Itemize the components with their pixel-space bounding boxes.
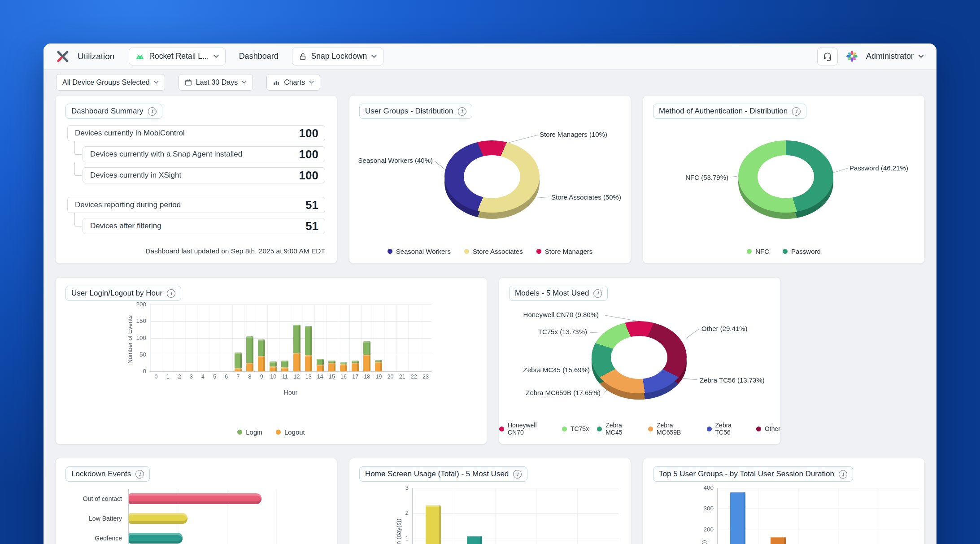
hbar-row-low-battery: Low Battery xyxy=(61,509,325,528)
legend-item-zebra-mc659b[interactable]: Zebra MC659B xyxy=(648,422,699,436)
bar-logout-hour-17[interactable] xyxy=(352,363,359,371)
legend-item-store-managers[interactable]: Store Managers xyxy=(536,248,593,255)
legend-item-logout[interactable]: Logout xyxy=(276,428,305,436)
bar-logout-hour-11[interactable] xyxy=(281,367,288,371)
summary-row-label: Devices after filtering xyxy=(90,222,161,231)
card-title-chip: Lockdown Events i xyxy=(65,466,150,482)
x-axis-label: Hour xyxy=(150,389,431,396)
info-icon[interactable]: i xyxy=(148,107,157,116)
bar-login-hour-10[interactable] xyxy=(270,361,277,366)
legend-label: TC75x xyxy=(571,425,589,432)
legend-label: NFC xyxy=(755,248,769,255)
bar-logout-hour-15[interactable] xyxy=(328,363,335,371)
view-mode-filter-label: Charts xyxy=(284,78,305,87)
legend-item-zebra-mc45[interactable]: Zebra MC45 xyxy=(597,422,640,436)
dashboard-selector[interactable]: Snap Lockdown xyxy=(292,48,384,65)
bar-logout-hour-19[interactable] xyxy=(375,362,382,371)
info-icon[interactable]: i xyxy=(167,289,175,298)
bar-login-hour-7[interactable] xyxy=(235,353,242,368)
y-axis-tick: 300 xyxy=(703,505,714,513)
y-axis-label: Time (day(s)) xyxy=(701,540,707,544)
date-range-filter[interactable]: Last 30 Days xyxy=(179,74,253,91)
x-axis-tick: 12 xyxy=(291,374,303,380)
column-plot: 100200300400 xyxy=(717,488,919,544)
chevron-down-icon xyxy=(242,81,247,84)
info-icon[interactable]: i xyxy=(792,107,801,116)
legend-item-nfc[interactable]: NFC xyxy=(747,248,769,255)
card-user-groups-distribution: User Groups - Distribution i xyxy=(349,95,631,264)
bar-logout-hour-9[interactable] xyxy=(258,356,265,371)
legend-label: Honeywell CN70 xyxy=(508,422,554,436)
user-menu[interactable]: Administrator xyxy=(866,52,924,61)
y-axis-tick: 50 xyxy=(139,351,146,359)
summary-row-value: 100 xyxy=(299,126,318,140)
card-title: Models - 5 Most Used xyxy=(515,289,589,298)
info-icon[interactable]: i xyxy=(839,470,847,479)
organization-selector[interactable]: Rocket Retail L... xyxy=(129,48,225,65)
support-button[interactable] xyxy=(817,48,838,65)
donut[interactable] xyxy=(592,321,687,416)
bar-slot-1[interactable] xyxy=(467,536,482,544)
info-icon[interactable]: i xyxy=(458,107,466,116)
bar-slot-0[interactable] xyxy=(730,492,745,544)
callout-other: Other (29.41%) xyxy=(701,325,748,332)
chevron-down-icon xyxy=(918,55,924,58)
bar-out-of-contact[interactable] xyxy=(129,493,261,504)
chevron-down-icon xyxy=(213,55,219,58)
bar-logout-hour-10[interactable] xyxy=(270,366,277,371)
y-axis-tick: 150 xyxy=(136,317,146,325)
card-lockdown-events: Lockdown Events i Out of contactLow Batt… xyxy=(55,458,337,544)
bar-slot-1[interactable] xyxy=(771,537,786,544)
chart-legend: LoginLogout xyxy=(56,425,487,444)
legend-item-honeywell-cn70[interactable]: Honeywell CN70 xyxy=(499,422,554,436)
legend-item-login[interactable]: Login xyxy=(237,428,262,436)
info-icon[interactable]: i xyxy=(513,470,522,479)
authentication-donut-chart: NFC (53.79%) Password (46.21%) xyxy=(643,119,924,244)
bar-geofence[interactable] xyxy=(129,533,183,544)
bar-logout-hour-18[interactable] xyxy=(363,355,370,371)
soti-spark-icon[interactable] xyxy=(846,50,858,62)
bar-login-hour-12[interactable] xyxy=(293,325,301,353)
bar-login-hour-16[interactable] xyxy=(340,362,347,364)
bar-logout-hour-12[interactable] xyxy=(293,353,301,371)
card-title-chip: User Groups - Distribution i xyxy=(359,104,472,119)
bar-logout-hour-7[interactable] xyxy=(235,368,242,371)
bar-logout-hour-8[interactable] xyxy=(246,363,253,371)
info-icon[interactable]: i xyxy=(135,470,144,479)
bar-logout-hour-16[interactable] xyxy=(340,364,347,371)
bar-low-battery[interactable] xyxy=(129,513,187,524)
donut[interactable] xyxy=(738,140,833,235)
x-axis-tick: 5 xyxy=(209,374,221,380)
user-menu-label: Administrator xyxy=(866,52,914,61)
donut[interactable] xyxy=(444,140,540,235)
summary-row-value: 100 xyxy=(299,169,318,183)
bar-logout-hour-14[interactable] xyxy=(317,365,324,371)
bar-login-hour-18[interactable] xyxy=(363,341,370,355)
bar-login-hour-9[interactable] xyxy=(258,339,265,356)
legend-item-other[interactable]: Other xyxy=(756,425,780,432)
bar-login-hour-8[interactable] xyxy=(246,336,253,363)
legend-item-zebra-tc56[interactable]: Zebra TC56 xyxy=(707,422,748,436)
y-axis-tick: 100 xyxy=(136,334,146,342)
legend-item-password[interactable]: Password xyxy=(783,248,821,255)
bar-login-hour-17[interactable] xyxy=(352,361,359,363)
bar-slot-0[interactable] xyxy=(426,505,441,544)
x-axis-tick: 4 xyxy=(197,374,209,380)
y-axis-tick: 200 xyxy=(703,526,714,534)
device-groups-filter[interactable]: All Device Groups Selected xyxy=(56,74,165,91)
legend-dot xyxy=(597,426,602,431)
bar-login-hour-13[interactable] xyxy=(305,326,312,355)
bar-login-hour-15[interactable] xyxy=(328,361,335,363)
legend-item-seasonal-workers[interactable]: Seasonal Workers xyxy=(388,248,451,255)
legend-item-tc75x[interactable]: TC75x xyxy=(562,425,589,432)
legend-item-store-associates[interactable]: Store Associates xyxy=(464,248,523,255)
bar-login-hour-19[interactable] xyxy=(375,360,382,362)
charts-icon xyxy=(273,79,280,86)
column-plot: 123 xyxy=(412,488,618,544)
gridline xyxy=(150,355,431,355)
bar-logout-hour-13[interactable] xyxy=(305,355,312,371)
view-mode-filter[interactable]: Charts xyxy=(266,74,320,91)
info-icon[interactable]: i xyxy=(593,289,602,298)
bar-login-hour-11[interactable] xyxy=(281,361,288,367)
bar-login-hour-14[interactable] xyxy=(317,359,324,365)
